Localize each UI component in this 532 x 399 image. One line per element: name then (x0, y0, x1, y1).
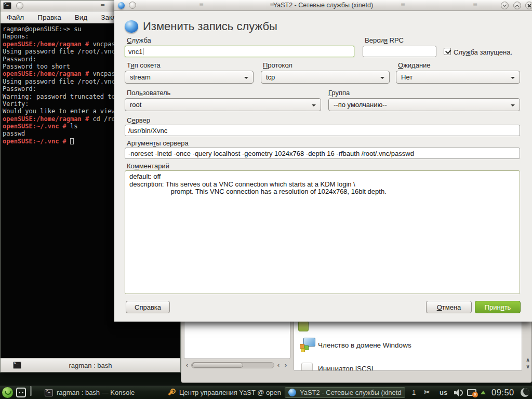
minimize-button[interactable] (501, 2, 509, 9)
cancel-button[interactable]: Отмена (426, 301, 472, 313)
close-button[interactable] (525, 2, 532, 9)
taskbar-item-yast2-active[interactable]: YaST2 - Сетевые службы (xinetd (285, 387, 405, 398)
konsole-window-icon (3, 2, 11, 9)
maximize-button[interactable] (513, 2, 521, 9)
taskbar-item-yast-control-center[interactable]: Центр управления YaST @ open (167, 387, 283, 398)
module-icon (301, 363, 313, 371)
menu-item-view[interactable]: Вид (75, 14, 87, 21)
wrench-icon (167, 389, 176, 397)
server-input[interactable]: /usr/bin/Xvnc (125, 125, 520, 136)
socket-type-label: Тип сокета (127, 61, 161, 69)
service-active-label[interactable]: Служба запущена. (454, 48, 512, 56)
group-combobox[interactable]: --по умолчанию-- (328, 98, 520, 111)
rpc-version-label: Версия RPC (365, 36, 404, 44)
konsole-sticky-button[interactable] (16, 2, 23, 9)
display-status-icon[interactable]: × (467, 389, 476, 396)
comment-label: Комментарий (127, 162, 169, 170)
scroll-down-arrow[interactable]: ∨ (526, 363, 530, 370)
scrollbar-slider[interactable] (192, 363, 243, 368)
error-badge: × (472, 392, 478, 397)
module-icon-partial (298, 321, 309, 331)
taskbar-item-konsole[interactable]: ragman : bash — Konsole (45, 387, 143, 398)
windows-domain-icon (300, 338, 315, 353)
terminal-tab-label[interactable]: ragman : bash (69, 362, 112, 369)
module-item-windows-domain[interactable]: Членство в домене Windows (318, 341, 411, 349)
horizontal-scrollbar[interactable]: ‹ ‹ › (184, 361, 289, 369)
vertical-scrollbar[interactable]: ∧ ∨ (524, 356, 531, 372)
keyboard-layout-indicator[interactable]: us (440, 389, 447, 396)
dialog-heading: Изменить запись службы (143, 20, 277, 33)
start-menu-button[interactable] (2, 387, 13, 398)
package-icon[interactable] (16, 388, 26, 397)
accept-button[interactable]: Принять (475, 301, 521, 313)
service-input[interactable]: vnc1 (125, 46, 354, 57)
user-label: Пользователь (127, 89, 170, 97)
yast-task-icon (288, 389, 296, 396)
server-label: Сервер (127, 116, 150, 124)
menu-item-edit[interactable]: Правка (37, 14, 61, 21)
tray-expand-arrow[interactable] (481, 391, 486, 394)
socket-type-combobox[interactable]: stream (125, 71, 254, 84)
desktop: Файл Правка Вид Закладки ragman@openSUSE… (0, 0, 532, 399)
tray-badge[interactable]: 1 (412, 389, 416, 396)
user-combobox[interactable]: root (125, 98, 321, 111)
scrollbar-track[interactable] (191, 362, 274, 368)
group-label: Группа (328, 89, 350, 97)
moon-icon[interactable] (521, 388, 529, 397)
titlebar-grip (100, 2, 105, 7)
volume-icon[interactable] (454, 389, 463, 397)
klipper-scissors-icon[interactable]: ✂ (424, 388, 431, 397)
wait-combobox[interactable]: Нет (396, 71, 520, 84)
dialog-heading-row: Изменить запись службы (125, 20, 277, 33)
help-button[interactable]: Справка (126, 301, 170, 313)
taskbar: ragman : bash — Konsole Центр управления… (0, 385, 532, 399)
dialog-titlebar[interactable]: YaST2 - Сетевые службы (xinetd) (114, 0, 532, 11)
scroll-left-arrow-2[interactable]: ‹ (275, 362, 282, 369)
protocol-combobox[interactable]: tcp (261, 71, 390, 84)
module-item-partial[interactable]: Инициатор iSCSI (318, 365, 374, 371)
yast2-dialog-window: YaST2 - Сетевые службы (xinetd) Изменить… (114, 0, 532, 322)
rpc-version-input[interactable] (363, 46, 436, 57)
server-args-input[interactable]: -noreset -inetd -once -query localhost -… (125, 148, 520, 159)
server-args-label: Аргументы сервера (127, 139, 189, 147)
terminal-tab-icon (13, 362, 21, 369)
service-label: Служба (127, 36, 151, 44)
yast-heading-icon (125, 20, 138, 33)
wait-label: Ожидание (398, 61, 431, 69)
konsole-tabbar: ragman : bash (1, 358, 180, 372)
scroll-up-arrow[interactable]: ∧ (526, 356, 530, 363)
text-caret (143, 48, 143, 55)
window-title: YaST2 - Сетевые службы (xinetd) (114, 2, 532, 9)
menu-item-file[interactable]: Файл (7, 14, 24, 21)
protocol-label: Протокол (263, 61, 292, 69)
konsole-task-icon (45, 389, 53, 396)
comment-textarea[interactable]: default: off description: This serves ou… (125, 170, 520, 294)
service-active-checkbox[interactable] (444, 48, 451, 55)
desktop-pager[interactable] (30, 387, 32, 396)
scroll-left-arrow[interactable]: ‹ (184, 362, 190, 369)
clock[interactable]: 09:50 (491, 388, 514, 397)
scroll-right-arrow[interactable]: › (283, 362, 289, 369)
